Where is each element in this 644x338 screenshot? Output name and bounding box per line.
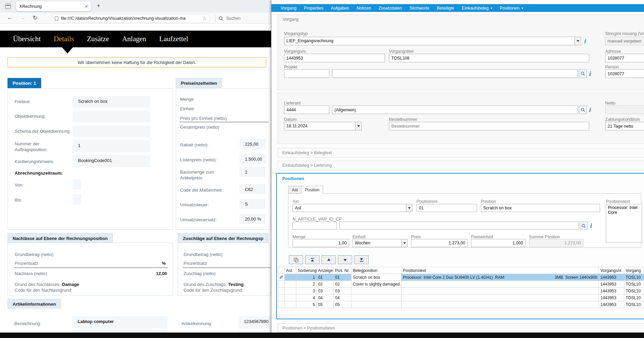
tab-actions-icon[interactable] [5,4,11,9]
menge-input[interactable] [293,239,349,247]
projekt-nr-input[interactable] [284,69,329,78]
sum-line [179,122,269,122]
move-down-button[interactable] [338,255,352,264]
menu-stichworte[interactable]: Stichworte [406,6,433,11]
nav-item-details[interactable]: Details [54,35,74,43]
lookup-button[interactable] [579,106,587,114]
menu-beteiligte[interactable]: Beteiligte [433,6,458,11]
menu-vorgang[interactable]: Vorgang [277,6,300,11]
info-icon[interactable]: i [584,37,586,45]
search-input[interactable] [225,16,263,21]
preiseinheit-input[interactable] [471,239,525,247]
menu-aufgaben[interactable]: Aufgaben [327,6,353,11]
combo-arrow-icon[interactable] [406,204,412,212]
tab-position[interactable]: Position [301,186,323,194]
move-first-button[interactable] [305,255,319,264]
positionsnr-input[interactable] [417,204,477,212]
field-label: Objektkennung: [15,114,46,119]
reload-icon[interactable]: ↻ [33,14,37,21]
move-last-button[interactable] [354,255,368,264]
info-icon[interactable]: i [589,69,591,78]
grid-col[interactable]: Anzeige [317,267,334,274]
table-row[interactable]: 5 05 05 1443953 TOSL10 [279,301,644,308]
search-bar[interactable] [219,14,263,23]
bestellnummer-input[interactable] [389,122,589,130]
positionsnr-label: Positionsnr. [417,199,439,204]
menu-properties[interactable]: Properties [300,6,327,11]
netto-input[interactable] [605,106,644,114]
nav-item-anlagen[interactable]: Anlagen [122,35,146,43]
copy-row-button[interactable] [289,255,303,264]
combo-arrow-icon[interactable] [401,239,407,247]
collapsed-belegtext-bar[interactable]: Einkaufsbeleg > Belegtext [278,148,644,158]
new-tab-icon[interactable]: + [97,2,100,10]
price-row-label: Code der Maßeinheit: [180,188,223,193]
article-var-name-input[interactable] [340,222,579,230]
projekt-name-input[interactable] [332,69,578,78]
position-input[interactable] [481,204,600,212]
article-name-value: Labtop computer [72,316,168,328]
person-input[interactable] [605,69,644,78]
grid-col[interactable]: Pos. Nr. [334,267,351,274]
url-text[interactable]: file:///C:/data/xRechnung/Visualization/… [61,16,202,21]
grid-col[interactable]: Belegposition [351,267,402,274]
lookup-button[interactable] [579,69,587,78]
nav-item-uebersicht[interactable]: Übersicht [13,35,41,43]
menu-zusatzdaten[interactable]: Zusatzdaten [375,6,406,11]
article-var-nr-input[interactable] [293,222,337,230]
von-label: Von: [15,182,23,188]
browser-tab[interactable]: XRechnung × [16,1,91,11]
menu-notizen[interactable]: Notizen [353,6,375,11]
lieferant-name-input[interactable] [332,106,578,114]
table-row[interactable]: 1 01 01 Scratch on box Processor: Intel … [279,274,644,281]
stringint-input[interactable] [605,37,644,45]
table-row[interactable]: 2 02 02 Cover is slightly damaged. 14439… [279,281,644,288]
page-icon [55,16,58,21]
back-icon[interactable]: ← [7,14,13,21]
move-up-button[interactable] [321,255,336,264]
forward-icon[interactable]: → [20,14,26,21]
lieferant-nr-input[interactable] [284,106,329,114]
nav-item-laufzettel[interactable]: Laufzettel [159,35,188,43]
price-row-value: 1.500,00 [239,154,266,164]
position-panel: Freitext: Scratch on box Objektkennung: … [7,88,173,230]
info-icon[interactable]: i [589,106,591,114]
preis-input[interactable] [411,239,468,247]
address-bar[interactable]: file:///C:/data/xRechnung/Visualization/… [51,14,210,23]
lookup-button[interactable] [580,222,587,230]
grid-col[interactable]: Sortierung [296,267,317,274]
menu-einkaufsbeleg[interactable]: Einkaufsbeleg ▾ [458,6,496,11]
adresse-input[interactable] [605,54,644,62]
cell-text [402,301,599,308]
vorgangsnr-input[interactable] [284,54,385,62]
ast-combo[interactable]: Ast [293,204,412,212]
cell-anzeige: 04 [317,294,334,301]
collapsed-positionsdaten-bar[interactable]: Positionen > Positionsdaten [278,323,644,333]
cell-text [402,288,599,294]
bookmark-star-icon[interactable]: ☆ [202,16,207,21]
combo-arrow-icon[interactable] [355,122,361,130]
vorgangstitel-input[interactable] [389,54,589,62]
datum-combo[interactable]: 18.11.2024 [284,122,362,130]
grid-col[interactable]: Positionstext [402,267,599,274]
article-id-value: 1234567890 [238,316,271,328]
grid-col[interactable]: Vorgangsnr. [599,267,624,274]
nav-item-zusaetze[interactable]: Zusätze [87,35,109,43]
taskbar[interactable] [0,333,644,338]
combo-arrow-icon[interactable] [575,37,581,45]
einheit-combo[interactable]: Wochen [352,239,408,247]
einheit-label: Einheit [352,235,365,239]
menu-positionen[interactable]: Positionen ▾ [496,6,527,11]
positionstext-textarea[interactable]: Processor: Intel Core [606,204,642,243]
grid-col[interactable]: Ast [285,267,296,274]
info-icon[interactable]: i [590,222,592,230]
summe-input[interactable] [529,239,583,247]
table-row[interactable]: 4 04 04 1443953 TOSL10 [279,294,644,301]
vorgangstyp-combo[interactable]: LIEF_Eingangsrechnung [284,37,581,45]
grid-col[interactable]: Vorgang [624,267,644,274]
close-tab-icon[interactable]: × [85,3,88,9]
collapsed-lieferung-bar[interactable]: Einkaufsbeleg > Lieferung [278,161,644,170]
table-row[interactable]: 3 03 03 1443953 TOSL10 [279,288,644,294]
zahlungskondition-input[interactable] [605,122,644,130]
tab-ast[interactable]: Ast [288,186,301,194]
